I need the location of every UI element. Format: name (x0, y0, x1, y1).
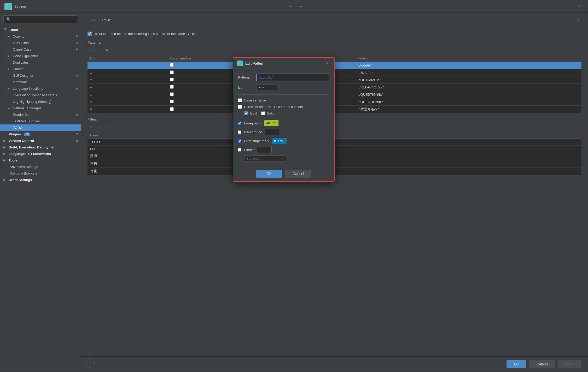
patterns-remove-btn[interactable]: − (95, 47, 103, 54)
sidebar-item-label: TextMate Bundles (13, 119, 40, 123)
patterns-edit-btn[interactable]: ✎ (103, 47, 110, 54)
use-color-scheme-checkbox[interactable] (238, 105, 242, 109)
sidebar-item-language-injections[interactable]: ▶ Language Injections ⊞ (0, 85, 81, 92)
error-stripe-row: Error stripe mark 0977AB (238, 138, 329, 144)
background-color-swatch[interactable] (265, 129, 279, 135)
expand-arrow: ▶ (3, 159, 7, 162)
sidebar-item-build[interactable]: ▶ Build, Execution, Deployment (0, 144, 81, 151)
bold-checkbox[interactable] (244, 111, 248, 115)
sidebar-item-label: Intentions (13, 80, 27, 84)
row-case-sensitive[interactable] (170, 100, 174, 103)
sidebar-item-label: Duplicates (13, 61, 29, 64)
nav-back[interactable]: ← (287, 3, 295, 10)
ok-button[interactable]: OK (507, 360, 526, 368)
sidebar: 🔍 ▶ Editor ▶ Copyright ⊞ Inlay Hints ⊞ (0, 13, 81, 372)
italic-checkbox[interactable] (261, 111, 265, 115)
dialog-icon-select[interactable]: ≡ ▾ (256, 84, 277, 91)
sidebar-item-reader-mode[interactable]: Reader Mode ⊞ (0, 111, 81, 118)
sidebar-item-copyright[interactable]: ▶ Copyright ⊞ (0, 33, 81, 40)
effects-type-select[interactable]: Bordered ▾ (244, 155, 286, 162)
sidebar-item-natural-languages[interactable]: ▶ Natural Languages (0, 105, 81, 111)
breadcrumb-back[interactable]: ← (564, 17, 572, 23)
dialog-pattern-input[interactable]: \btodo\b.* (256, 74, 329, 81)
main-panel: Editor › TODO ← → Treat indented text on… (81, 13, 588, 372)
dialog-close-button[interactable]: × (324, 60, 330, 67)
row-icon: ≡ (90, 93, 92, 97)
error-stripe-checkbox[interactable] (238, 139, 241, 143)
treat-indented-label: Treat indented text on the following lin… (94, 32, 196, 36)
sidebar-item-languages[interactable]: ▶ Languages & Frameworks (0, 151, 81, 157)
foreground-checkbox[interactable] (238, 122, 241, 125)
expand-arrow: ▶ (3, 146, 7, 149)
sidebar-item-log-highlighting[interactable]: Log Highlighting (Ideolog) (0, 98, 81, 105)
sidebar-item-label: TODO (13, 126, 22, 130)
breadcrumb: Editor › TODO ← → (81, 13, 588, 26)
dialog-cancel-button[interactable]: Cancel (285, 170, 311, 178)
sidebar-item-advanced[interactable]: Advanced Settings (0, 164, 81, 170)
sidebar-item-label: Inlay Hints (13, 41, 29, 45)
window-close-button[interactable]: × (575, 2, 584, 11)
page-icon: ⊞ (75, 133, 78, 136)
row-icon: ≡ (90, 100, 92, 104)
filters-remove-btn[interactable]: − (95, 124, 103, 131)
row-icon: ≡ (90, 63, 92, 68)
error-stripe-color-swatch[interactable]: 0977AB (272, 138, 287, 144)
sidebar-item-tools[interactable]: ▶ Tools (0, 157, 81, 164)
effects-color-swatch[interactable] (257, 147, 272, 153)
sidebar-item-version-control[interactable]: ▶ Version Control ⊞ (0, 137, 81, 144)
settings-window: Settings ← → × 🔍 ▶ Editor ▶ Cop (0, 0, 588, 372)
row-case-sensitive[interactable] (170, 78, 174, 81)
sidebar-item-plugins[interactable]: Plugins 10 ⊞ (0, 131, 81, 137)
dialog-footer: OK Cancel (233, 166, 334, 181)
sidebar-item-editor[interactable]: ▶ Editor (0, 27, 81, 33)
filters-edit-btn[interactable]: ✎ (103, 124, 110, 131)
filters-add-btn[interactable]: + (88, 124, 95, 131)
sidebar-item-label: Languages & Frameworks (9, 152, 51, 156)
sidebar-item-rainbow[interactable]: Rainbow Brackets (0, 170, 81, 177)
row-case-sensitive[interactable] (170, 85, 174, 89)
sidebar-item-label: GUI Designer (13, 74, 33, 77)
case-sensitive-checkbox[interactable] (238, 98, 242, 102)
cancel-button[interactable]: Cancel (529, 360, 555, 368)
sidebar-item-camel-case[interactable]: Camel Case ⊞ (0, 46, 81, 53)
background-checkbox[interactable] (238, 130, 241, 134)
sidebar-item-color-highlighter[interactable]: ▶ Color Highlighter (0, 53, 81, 59)
content-area: 🔍 ▶ Editor ▶ Copyright ⊞ Inlay Hints ⊞ (0, 13, 588, 372)
sidebar-item-emmet[interactable]: ▶ Emmet (0, 66, 81, 72)
sidebar-item-label: Color Highlighter (13, 54, 38, 58)
bold-label: Bold (250, 111, 257, 115)
sidebar-item-live-edit[interactable]: Live Edit of Compose Literals (0, 92, 81, 98)
search-box[interactable]: 🔍 (3, 15, 78, 23)
dialog-ok-button[interactable]: OK (256, 170, 282, 178)
search-input[interactable] (12, 17, 75, 21)
treat-indented-checkbox[interactable] (88, 32, 92, 36)
col-icon: Icon (88, 55, 167, 62)
sidebar-item-other[interactable]: ▶ Other Settings (0, 177, 81, 183)
icon-select-value: ≡ (259, 86, 261, 89)
apply-button[interactable]: Apply (558, 360, 581, 368)
sidebar-item-intentions[interactable]: Intentions (0, 79, 81, 85)
patterns-add-btn[interactable]: + (88, 47, 95, 54)
bottom-bar: OK Cancel Apply (81, 356, 588, 372)
sidebar-tree: ▶ Editor ▶ Copyright ⊞ Inlay Hints ⊞ Cam… (0, 26, 81, 372)
nav-forward[interactable]: → (297, 3, 305, 10)
sidebar-item-inlay-hints[interactable]: Inlay Hints ⊞ (0, 40, 81, 46)
help-button[interactable]: ? (85, 358, 95, 368)
page-icon: ⊞ (75, 87, 78, 90)
breadcrumb-forward[interactable]: → (574, 17, 581, 23)
row-case-sensitive[interactable] (170, 63, 174, 67)
dropdown-arrow-icon: ▾ (282, 157, 284, 160)
dialog-titlebar: Edit Pattern × (233, 58, 334, 69)
sidebar-item-gui-designer[interactable]: GUI Designer ⊞ (0, 72, 81, 79)
sidebar-item-textmate[interactable]: TextMate Bundles (0, 118, 81, 124)
plugin-badge: 10 (24, 133, 30, 136)
dialog-icon-label: Icon: (238, 86, 254, 89)
row-case-sensitive[interactable] (170, 92, 174, 96)
sidebar-item-duplicates[interactable]: Duplicates (0, 59, 81, 66)
effects-checkbox[interactable] (238, 148, 241, 152)
row-case-sensitive[interactable] (170, 107, 174, 111)
expand-arrow: ▶ (8, 54, 11, 58)
foreground-color-swatch[interactable]: A8C023 (264, 120, 279, 126)
row-case-sensitive[interactable] (170, 70, 174, 74)
sidebar-item-todo[interactable]: TODO (0, 124, 81, 131)
